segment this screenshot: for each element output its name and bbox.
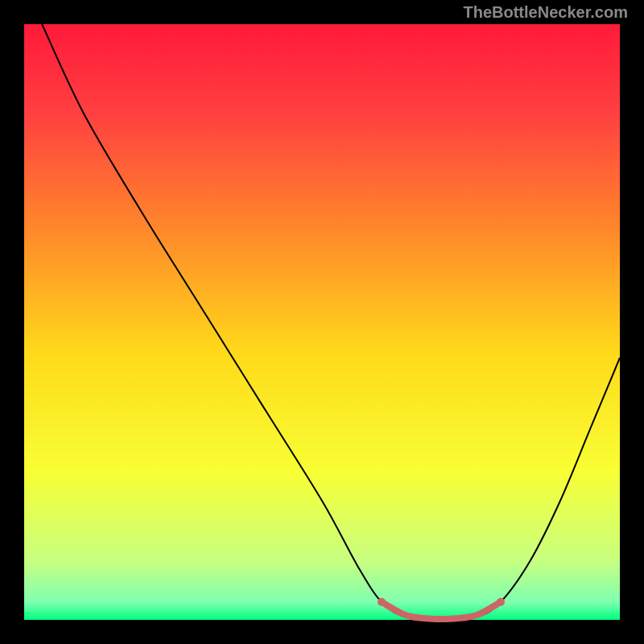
plot-area <box>24 24 620 620</box>
chart-svg <box>0 0 644 644</box>
watermark-text: TheBottleNecker.com <box>463 3 628 22</box>
highlight-endpoint <box>378 598 386 606</box>
highlight-endpoint <box>497 598 505 606</box>
